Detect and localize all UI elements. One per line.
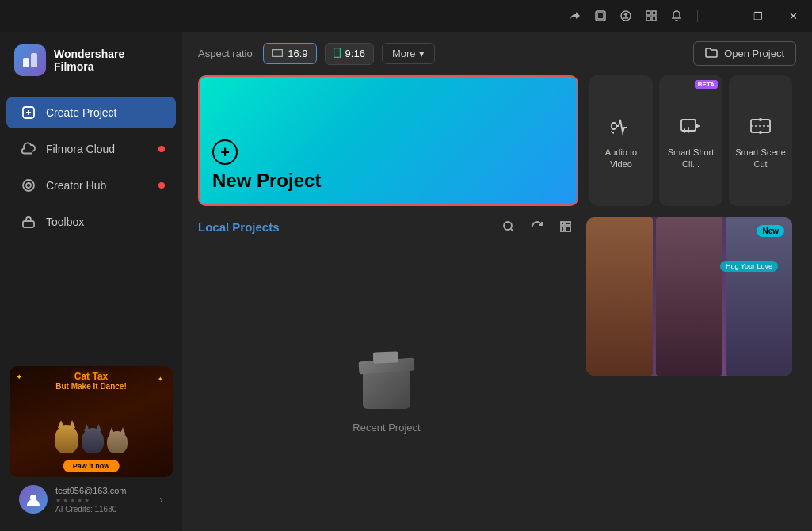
aspect-916-icon — [334, 48, 341, 60]
sidebar-item-creator-hub[interactable]: Creator Hub — [6, 170, 176, 201]
refresh-projects-button[interactable] — [528, 217, 547, 236]
smart-scene-cut-icon — [746, 112, 775, 140]
app-body: Wondershare Filmora Create Project — [0, 32, 812, 531]
aspect-169-label: 16:9 — [288, 48, 307, 59]
filmora-cloud-icon — [21, 141, 36, 157]
user-stars: ★ ★ ★ ★ ★ — [55, 497, 151, 504]
svg-rect-8 — [31, 53, 37, 67]
feature-card-smart-short-clip[interactable]: BETA Smart Short Cli... — [659, 75, 722, 206]
svg-rect-27 — [566, 227, 570, 231]
new-project-card[interactable]: + New Project — [198, 75, 578, 206]
svg-rect-3 — [646, 11, 650, 15]
grid4-icon[interactable] — [643, 8, 659, 24]
aspect-169-button[interactable]: 16:9 — [263, 43, 316, 64]
user-avatar — [19, 485, 48, 514]
svg-point-10 — [23, 180, 34, 191]
create-project-label: Create Project — [46, 106, 116, 119]
maximize-button[interactable]: ❐ — [745, 6, 771, 25]
smart-short-clip-label: Smart Short Cli... — [665, 147, 716, 170]
svg-rect-7 — [23, 58, 29, 67]
creator-hub-dot — [158, 182, 165, 189]
open-project-button[interactable]: Open Project — [693, 41, 796, 66]
user-more-button[interactable]: › — [159, 493, 163, 506]
sidebar-item-filmora-cloud[interactable]: Filmora Cloud — [6, 133, 176, 165]
aspect-169-icon — [272, 48, 283, 59]
svg-rect-24 — [561, 222, 564, 225]
more-aspect-label: More — [392, 48, 416, 59]
promo-image: Cat Tax But Make It Dance! ✦ ✦ — [10, 366, 173, 477]
svg-rect-25 — [566, 222, 570, 225]
svg-rect-16 — [612, 123, 616, 129]
creator-hub-icon — [21, 178, 36, 193]
layers-icon[interactable] — [593, 8, 608, 24]
svg-rect-6 — [652, 17, 656, 21]
showcase-people — [586, 217, 792, 376]
promo-cta-button[interactable]: Paw it now — [63, 460, 120, 472]
svg-rect-12 — [23, 221, 34, 227]
smart-short-clip-icon — [677, 112, 705, 140]
aspect-916-button[interactable]: 9:16 — [325, 43, 374, 65]
showcase-bg — [586, 217, 792, 376]
local-projects-header: Local Projects — [198, 217, 575, 236]
feature-card-smart-scene-cut[interactable]: Smart Scene Cut — [729, 75, 792, 206]
toolbox-label: Toolbox — [46, 216, 84, 228]
sidebar-item-toolbox[interactable]: Toolbox — [6, 206, 176, 238]
svg-rect-5 — [646, 17, 650, 21]
sidebar-item-create-project[interactable]: Create Project — [6, 97, 176, 128]
aspect-916-label: 9:16 — [345, 48, 365, 59]
svg-point-23 — [504, 222, 512, 230]
svg-rect-26 — [561, 227, 564, 231]
new-project-label: New Project — [212, 170, 564, 192]
top-toolbar: Aspect ratio: 16:9 9:16 More — [182, 32, 812, 75]
audio-to-video-icon — [607, 112, 635, 140]
svg-rect-4 — [652, 11, 656, 15]
filmora-cloud-label: Filmora Cloud — [46, 143, 115, 155]
chevron-down-icon: ▾ — [419, 48, 425, 59]
more-aspect-button[interactable]: More ▾ — [382, 43, 435, 64]
user-info: test056@163.com ★ ★ ★ ★ ★ AI Credits: 11… — [55, 486, 151, 514]
bell-icon[interactable] — [669, 8, 684, 24]
beta-badge: BETA — [695, 80, 718, 89]
smart-scene-cut-label: Smart Scene Cut — [735, 147, 786, 170]
upload-icon[interactable] — [618, 8, 634, 24]
svg-point-19 — [759, 118, 762, 121]
sidebar-nav: Create Project Filmora Cloud — [0, 89, 182, 246]
folder-icon — [705, 47, 718, 60]
open-project-label: Open Project — [724, 48, 784, 59]
hug-love-badge: Hug Your Love — [720, 261, 778, 272]
person-3 — [726, 217, 792, 376]
user-credits: AI Credits: 11680 — [55, 505, 151, 514]
title-bar-icons: — ❐ ✕ — [567, 6, 806, 25]
local-projects-title: Local Projects — [198, 220, 280, 234]
projects-area: + New Project Audio to Video B — [182, 75, 812, 217]
svg-rect-14 — [273, 50, 283, 57]
promo-banner[interactable]: Cat Tax But Make It Dance! ✦ ✦ — [10, 366, 173, 477]
grid-view-button[interactable] — [556, 217, 575, 236]
person-2 — [656, 217, 722, 376]
audio-to-video-label: Audio to Video — [596, 147, 646, 170]
separator — [697, 10, 698, 22]
feature-card-audio-to-video[interactable]: Audio to Video — [589, 75, 653, 206]
svg-rect-1 — [597, 13, 604, 19]
user-email: test056@163.com — [55, 486, 151, 495]
empty-label: Recent Project — [353, 422, 420, 434]
close-button[interactable]: ✕ — [780, 6, 806, 25]
send-icon[interactable] — [567, 8, 583, 24]
logo-icon — [14, 44, 46, 76]
feature-cards-row: Audio to Video BETA Smart Short Cli... — [589, 75, 796, 206]
search-projects-button[interactable] — [499, 217, 518, 236]
new-badge: New — [757, 225, 784, 237]
creator-hub-label: Creator Hub — [46, 179, 106, 192]
empty-projects: Recent Project — [198, 247, 575, 531]
minimize-button[interactable]: — — [711, 6, 736, 25]
aspect-ratio-label: Aspect ratio: — [198, 48, 255, 59]
bottom-section: Local Projects — [182, 217, 812, 531]
user-section: test056@163.com ★ ★ ★ ★ ★ AI Credits: 11… — [10, 477, 173, 521]
logo-text: Wondershare Filmora — [54, 48, 124, 74]
sidebar: Wondershare Filmora Create Project — [0, 32, 182, 531]
title-bar: — ❐ ✕ — [0, 0, 812, 32]
empty-box-icon — [351, 346, 422, 409]
local-projects: Local Projects — [198, 217, 575, 531]
svg-point-20 — [759, 131, 762, 134]
logo: Wondershare Filmora — [0, 32, 182, 89]
